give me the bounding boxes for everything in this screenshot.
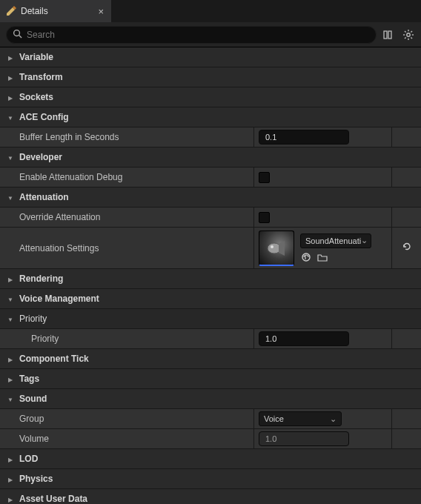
category-label: Priority xyxy=(19,314,47,324)
row-attenuation-settings: Attenuation Settings SoundAttenuati ⌄ xyxy=(0,228,421,269)
category-developer[interactable]: Developer xyxy=(0,147,421,168)
svg-point-15 xyxy=(271,245,274,248)
category-label: Variable xyxy=(19,52,53,62)
subcategory-priority[interactable]: Priority xyxy=(0,309,421,329)
close-icon[interactable]: × xyxy=(98,6,104,17)
property-label: Group xyxy=(0,409,254,428)
tab-title: Details xyxy=(21,6,48,16)
category-variable[interactable]: Variable xyxy=(0,47,421,67)
asset-picker: SoundAttenuati ⌄ xyxy=(259,230,371,266)
chevron-down-icon xyxy=(6,314,15,324)
chevron-down-icon xyxy=(6,394,15,404)
override-attenuation-checkbox[interactable] xyxy=(259,212,270,223)
row-buffer-length: Buffer Length in Seconds xyxy=(0,127,421,147)
category-component-tick[interactable]: Component Tick xyxy=(0,349,421,369)
property-label: Volume xyxy=(0,429,254,448)
svg-point-0 xyxy=(14,30,20,36)
attenuation-asset-combo[interactable]: SoundAttenuati ⌄ xyxy=(300,233,371,248)
chevron-right-icon xyxy=(6,354,15,364)
chevron-down-icon: ⌄ xyxy=(361,236,368,245)
svg-point-4 xyxy=(407,33,410,36)
category-label: Sound xyxy=(19,394,47,404)
category-label: Asset User Data xyxy=(19,494,87,504)
search-row xyxy=(0,22,421,47)
reset-icon[interactable] xyxy=(402,242,412,254)
category-label: LOD xyxy=(19,454,38,464)
category-label: Physics xyxy=(19,474,53,484)
category-label: Tags xyxy=(19,374,39,384)
chevron-down-icon xyxy=(6,152,15,162)
category-label: Component Tick xyxy=(19,354,89,364)
priority-input[interactable] xyxy=(259,331,349,346)
search-box[interactable] xyxy=(6,26,377,44)
row-enable-attenuation-debug: Enable Attenuation Debug xyxy=(0,168,421,188)
gear-icon[interactable] xyxy=(402,28,415,42)
svg-line-10 xyxy=(411,37,412,39)
attenuation-debug-checkbox[interactable] xyxy=(259,172,270,183)
svg-rect-2 xyxy=(384,31,387,39)
property-label: Buffer Length in Seconds xyxy=(0,127,254,147)
search-input[interactable] xyxy=(27,30,370,40)
category-label: ACE Config xyxy=(19,112,69,122)
row-sound-volume: Volume xyxy=(0,429,421,449)
chevron-right-icon xyxy=(6,374,15,384)
chevron-down-icon: ⌄ xyxy=(330,414,337,424)
category-label: Rendering xyxy=(19,273,63,284)
category-label: Sockets xyxy=(19,92,53,102)
category-rendering[interactable]: Rendering xyxy=(0,269,421,289)
tab-bar: Details × xyxy=(0,0,421,22)
tab-details[interactable]: Details × xyxy=(0,0,111,22)
chevron-down-icon xyxy=(6,112,15,122)
sound-volume-input[interactable] xyxy=(259,431,349,446)
chevron-right-icon xyxy=(6,92,15,102)
property-label: Override Attenuation xyxy=(0,208,254,227)
property-label: Attenuation Settings xyxy=(0,228,254,268)
category-label: Developer xyxy=(19,152,62,162)
category-attenuation[interactable]: Attenuation xyxy=(0,188,421,208)
category-label: Attenuation xyxy=(19,192,69,202)
chevron-right-icon xyxy=(6,494,15,504)
category-sockets[interactable]: Sockets xyxy=(0,87,421,107)
svg-rect-3 xyxy=(388,31,391,39)
category-label: Voice Management xyxy=(19,294,99,304)
combo-value: SoundAttenuati xyxy=(305,236,361,245)
layout-icon[interactable] xyxy=(382,28,396,42)
svg-line-11 xyxy=(405,37,406,39)
asset-thumbnail[interactable] xyxy=(259,231,294,266)
property-label: Enable Attenuation Debug xyxy=(0,168,254,187)
category-transform[interactable]: Transform xyxy=(0,67,421,87)
browse-asset-icon[interactable] xyxy=(316,251,328,263)
category-ace-config[interactable]: ACE Config xyxy=(0,107,421,127)
svg-line-9 xyxy=(405,31,406,33)
chevron-right-icon xyxy=(6,454,15,464)
category-physics[interactable]: Physics xyxy=(0,469,421,489)
combo-value: Voice xyxy=(264,414,284,423)
svg-line-1 xyxy=(19,35,22,38)
category-asset-user-data[interactable]: Asset User Data xyxy=(0,489,421,504)
sound-group-combo[interactable]: Voice ⌄ xyxy=(259,411,342,426)
row-sound-group: Group Voice ⌄ xyxy=(0,409,421,429)
category-label: Transform xyxy=(19,72,63,82)
svg-line-12 xyxy=(411,31,412,33)
row-priority: Priority xyxy=(0,329,421,349)
category-tags[interactable]: Tags xyxy=(0,369,421,389)
category-voice-management[interactable]: Voice Management xyxy=(0,289,421,309)
chevron-right-icon xyxy=(6,273,15,284)
chevron-down-icon xyxy=(6,192,15,202)
chevron-right-icon xyxy=(6,474,15,484)
property-scroll[interactable]: Variable Transform Sockets ACE Config Bu… xyxy=(0,47,421,504)
chevron-right-icon xyxy=(6,52,15,62)
row-override-attenuation: Override Attenuation xyxy=(0,208,421,228)
search-icon xyxy=(13,29,22,41)
property-label: Priority xyxy=(0,329,254,348)
pencil-ruler-icon xyxy=(6,6,16,16)
category-sound[interactable]: Sound xyxy=(0,389,421,409)
buffer-length-input[interactable] xyxy=(259,130,349,145)
use-selected-icon[interactable] xyxy=(300,251,312,263)
category-lod[interactable]: LOD xyxy=(0,449,421,469)
chevron-down-icon xyxy=(6,294,15,304)
chevron-right-icon xyxy=(6,72,15,82)
